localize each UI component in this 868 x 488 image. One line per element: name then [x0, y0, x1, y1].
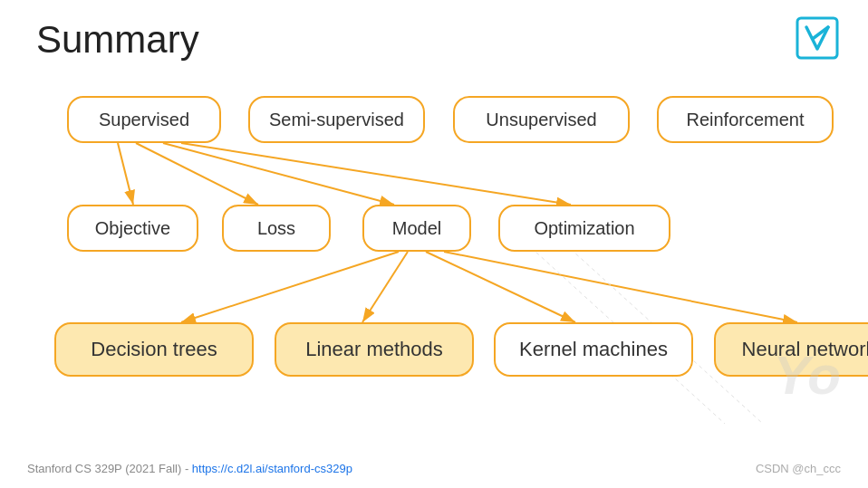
node-loss: Loss — [222, 205, 331, 252]
node-decision-trees: Decision trees — [54, 322, 254, 377]
node-linear-methods: Linear methods — [275, 322, 474, 377]
footer-left: Stanford CS 329P (2021 Fall) - https://c… — [27, 462, 352, 475]
svg-line-6 — [181, 252, 399, 322]
svg-line-4 — [163, 143, 394, 205]
node-reinforcement: Reinforcement — [657, 96, 834, 143]
page-title: Summary — [36, 18, 832, 62]
node-optimization: Optimization — [498, 205, 670, 252]
svg-line-3 — [136, 143, 258, 205]
footer-link[interactable]: https://c.d2l.ai/stanford-cs329p — [192, 462, 352, 475]
node-kernel-machines: Kernel machines — [494, 322, 693, 377]
slide: Summary — [0, 0, 868, 488]
svg-rect-0 — [797, 18, 837, 58]
footer-right: CSDN @ch_ccc — [756, 462, 841, 475]
watermark: Yo — [774, 344, 841, 407]
svg-line-7 — [362, 252, 408, 322]
logo-icon — [794, 14, 841, 62]
node-semi-supervised: Semi-supervised — [248, 96, 425, 143]
diagram: Supervised Semi-supervised Unsupervised … — [36, 80, 832, 424]
svg-line-8 — [426, 252, 575, 322]
svg-line-2 — [118, 143, 133, 205]
node-unsupervised: Unsupervised — [453, 96, 630, 143]
node-supervised: Supervised — [67, 96, 221, 143]
node-objective: Objective — [67, 205, 198, 252]
svg-line-5 — [181, 143, 571, 205]
svg-line-9 — [444, 252, 797, 322]
node-model: Model — [362, 205, 471, 252]
